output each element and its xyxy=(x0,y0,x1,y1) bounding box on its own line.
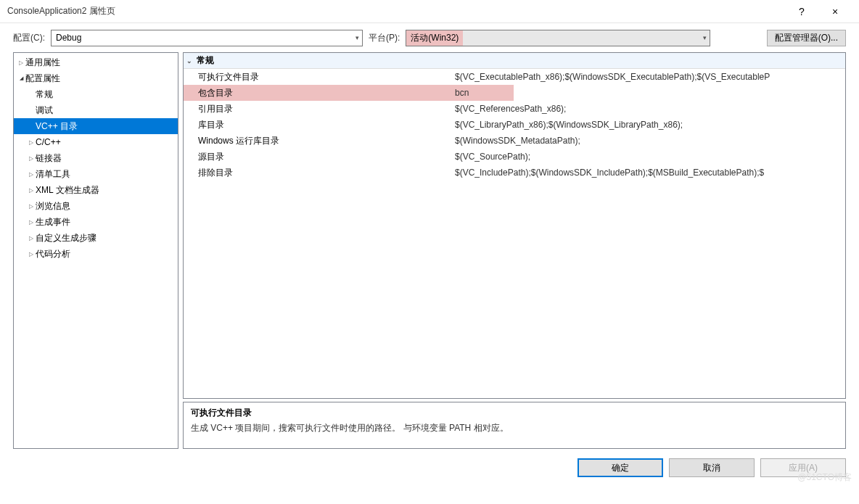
help-button[interactable]: ? xyxy=(785,0,818,23)
description-panel: 可执行文件目录 生成 VC++ 项目期间，搜索可执行文件时使用的路径。 与环境变… xyxy=(183,402,846,449)
prop-value[interactable]: bcn xyxy=(452,85,514,101)
tree-item-config[interactable]: 配置属性 xyxy=(14,70,178,86)
main-area: 通用属性 配置属性 常规 调试 VC++ 目录 C/C++ 链接器 清单工具 X… xyxy=(0,52,859,449)
titlebar-controls: ? × xyxy=(785,0,852,23)
tree-panel[interactable]: 通用属性 配置属性 常规 调试 VC++ 目录 C/C++ 链接器 清单工具 X… xyxy=(13,52,178,449)
prop-row[interactable]: Windows 运行库目录 $(WindowsSDK_MetadataPath)… xyxy=(184,133,845,149)
prop-row[interactable]: 包含目录 bcn xyxy=(184,85,845,101)
tree-item-manifest[interactable]: 清单工具 xyxy=(14,166,178,182)
prop-name: 可执行文件目录 xyxy=(184,69,452,85)
prop-row[interactable]: 排除目录 $(VC_IncludePath);$(WindowsSDK_Incl… xyxy=(184,165,845,181)
config-label: 配置(C): xyxy=(13,32,45,44)
prop-name: 引用目录 xyxy=(184,101,452,117)
platform-label: 平台(P): xyxy=(369,32,400,44)
tree-toggle-icon[interactable] xyxy=(27,187,36,194)
prop-name: 包含目录 xyxy=(184,85,452,101)
prop-name: 源目录 xyxy=(184,149,452,165)
chevron-down-icon: ▾ xyxy=(703,34,707,41)
tree-item-xml[interactable]: XML 文档生成器 xyxy=(14,182,178,198)
tree-item-code-analysis[interactable]: 代码分析 xyxy=(14,246,178,262)
description-title: 可执行文件目录 xyxy=(191,407,838,419)
toolbar: 配置(C): Debug ▾ 平台(P): 活动(Win32) ▾ 配置管理器(… xyxy=(0,23,859,52)
prop-value[interactable]: $(VC_IncludePath);$(WindowsSDK_IncludePa… xyxy=(452,165,845,181)
tree-item-ccpp[interactable]: C/C++ xyxy=(14,134,178,150)
ok-button[interactable]: 确定 xyxy=(578,458,663,477)
tree-item-vcdirs[interactable]: VC++ 目录 xyxy=(14,118,178,134)
close-button[interactable]: × xyxy=(818,0,852,23)
platform-value: 活动(Win32) xyxy=(406,30,463,46)
prop-value[interactable]: $(VC_LibraryPath_x86);$(WindowsSDK_Libra… xyxy=(452,117,845,133)
config-manager-button[interactable]: 配置管理器(O)... xyxy=(767,30,846,46)
tree-item-custom-build[interactable]: 自定义生成步骤 xyxy=(14,230,178,246)
prop-value[interactable]: $(VC_ExecutablePath_x86);$(WindowsSDK_Ex… xyxy=(452,69,845,85)
platform-combo[interactable]: 活动(Win32) ▾ xyxy=(406,30,710,46)
description-text: 生成 VC++ 项目期间，搜索可执行文件时使用的路径。 与环境变量 PATH 相… xyxy=(191,422,838,434)
tree-item-build-events[interactable]: 生成事件 xyxy=(14,214,178,230)
tree-toggle-icon[interactable] xyxy=(27,219,36,226)
chevron-down-icon[interactable]: ⌄ xyxy=(186,57,197,65)
tree-toggle-icon[interactable] xyxy=(27,139,36,146)
tree-item-debugging[interactable]: 调试 xyxy=(14,102,178,118)
watermark: @51CTO博客 xyxy=(797,471,852,484)
config-combo[interactable]: Debug ▾ xyxy=(51,30,363,46)
window-title: ConsoleApplication2 属性页 xyxy=(7,5,115,17)
prop-name: 排除目录 xyxy=(184,165,452,181)
tree-toggle-icon[interactable] xyxy=(17,75,25,81)
tree-item-common[interactable]: 通用属性 xyxy=(14,54,178,70)
prop-section-header[interactable]: ⌄ 常规 xyxy=(184,53,845,69)
tree-toggle-icon[interactable] xyxy=(27,171,36,178)
prop-row[interactable]: 源目录 $(VC_SourcePath); xyxy=(184,149,845,165)
property-grid[interactable]: ⌄ 常规 可执行文件目录 $(VC_ExecutablePath_x86);$(… xyxy=(183,52,846,399)
footer: 确定 取消 应用(A) xyxy=(0,449,859,479)
config-value: Debug xyxy=(56,33,81,43)
tree-item-browse[interactable]: 浏览信息 xyxy=(14,198,178,214)
content-panel: ⌄ 常规 可执行文件目录 $(VC_ExecutablePath_x86);$(… xyxy=(183,52,846,449)
prop-name: 库目录 xyxy=(184,117,452,133)
tree-toggle-icon[interactable] xyxy=(27,155,36,162)
tree-toggle-icon[interactable] xyxy=(27,235,36,241)
prop-value[interactable]: $(VC_SourcePath); xyxy=(452,149,845,165)
prop-name: Windows 运行库目录 xyxy=(184,133,452,149)
chevron-down-icon: ▾ xyxy=(355,34,359,41)
tree-toggle-icon[interactable] xyxy=(17,59,25,66)
cancel-button[interactable]: 取消 xyxy=(669,458,755,477)
prop-row[interactable]: 引用目录 $(VC_ReferencesPath_x86); xyxy=(184,101,845,117)
prop-row[interactable]: 可执行文件目录 $(VC_ExecutablePath_x86);$(Windo… xyxy=(184,69,845,85)
prop-value[interactable]: $(WindowsSDK_MetadataPath); xyxy=(452,133,845,149)
prop-row[interactable]: 库目录 $(VC_LibraryPath_x86);$(WindowsSDK_L… xyxy=(184,117,845,133)
tree-item-linker[interactable]: 链接器 xyxy=(14,150,178,166)
titlebar: ConsoleApplication2 属性页 ? × xyxy=(0,0,859,23)
prop-value[interactable]: $(VC_ReferencesPath_x86); xyxy=(452,101,845,117)
tree-item-general[interactable]: 常规 xyxy=(14,86,178,102)
tree-toggle-icon[interactable] xyxy=(27,251,36,257)
tree-toggle-icon[interactable] xyxy=(27,203,36,210)
